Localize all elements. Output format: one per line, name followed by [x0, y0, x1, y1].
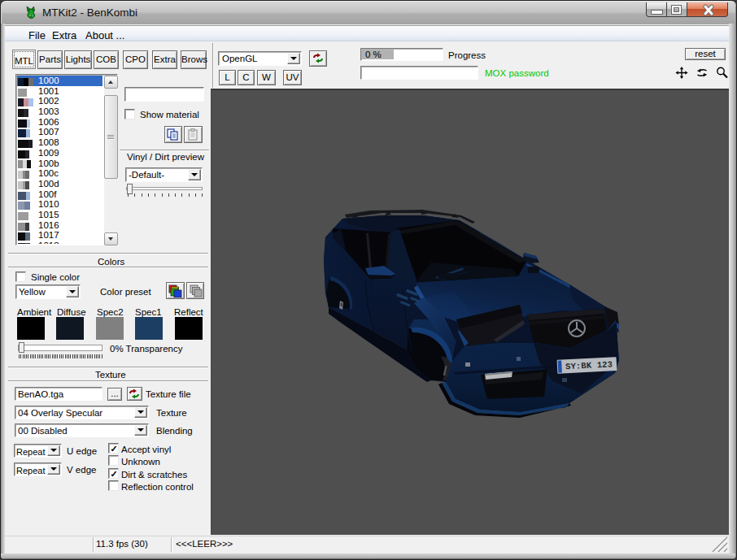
svg-text:2: 2 [30, 13, 33, 18]
